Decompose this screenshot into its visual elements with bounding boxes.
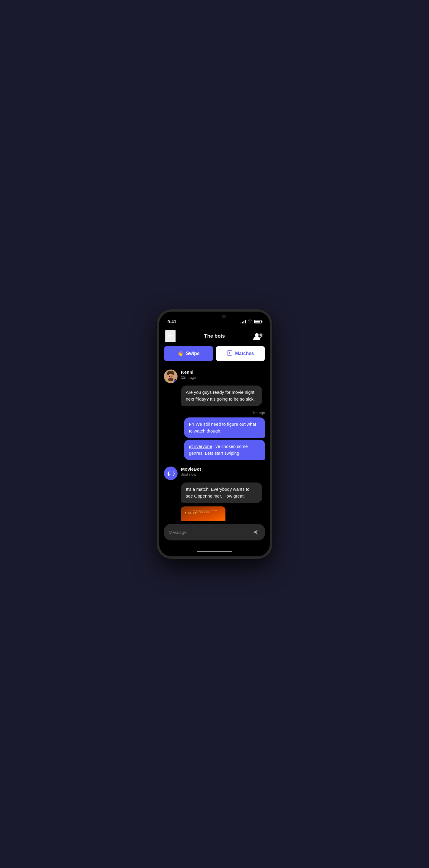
kenni-time: 12m ago <box>181 375 196 380</box>
kenni-sender-row: Kenni 12m ago <box>164 370 265 383</box>
status-time: 9:41 <box>168 319 176 324</box>
signal-icon <box>240 320 246 323</box>
header: The bois <box>159 327 270 346</box>
sent-messages-group: 7m ago Fr! We still need to figure out w… <box>164 411 265 462</box>
svg-point-9 <box>168 378 173 381</box>
kenni-name: Kenni <box>181 370 196 375</box>
back-button[interactable] <box>165 330 176 342</box>
svg-point-10 <box>169 376 170 377</box>
svg-point-12 <box>170 377 171 378</box>
swipe-icon: 👋 <box>177 351 183 356</box>
main-content: The bois 👋 Swipe <box>159 327 270 556</box>
moviebot-sender-row: { ··· } MovieBot Just now <box>164 467 265 480</box>
sent-bubble-1: Fr! We still need to figure out what to … <box>184 417 265 438</box>
status-icons <box>240 319 261 324</box>
kenni-message-bubble: Are you guys ready for movie night, next… <box>181 385 262 406</box>
home-bar <box>197 551 232 552</box>
sent-time: 7m ago <box>252 411 265 415</box>
message-input-area <box>159 521 270 546</box>
svg-point-1 <box>259 334 262 336</box>
message-input[interactable] <box>169 530 251 535</box>
moviebot-avatar: { ··· } <box>164 467 177 480</box>
swipe-label: Swipe <box>186 351 199 356</box>
chat-title: The bois <box>204 333 225 339</box>
svg-point-11 <box>172 376 172 377</box>
matches-label: Matches <box>235 351 254 356</box>
volume-up-button <box>157 361 158 378</box>
poster-dates: 72123 <box>184 512 196 515</box>
kenni-info: Kenni 12m ago <box>181 370 196 380</box>
chat-area[interactable]: Kenni 12m ago Are you guys ready for mov… <box>159 365 270 521</box>
mention-everyone[interactable]: @Everyone <box>189 444 212 449</box>
matches-icon <box>227 350 233 357</box>
moviebot-name: MovieBot <box>181 467 201 471</box>
volume-mute-button <box>157 347 158 356</box>
front-camera <box>222 315 226 318</box>
svg-text:···: ··· <box>169 473 172 476</box>
phone-frame: 9:41 <box>157 309 272 559</box>
sent-bubble-2: @Everyone I've chosen some genres. Lets … <box>184 440 265 460</box>
moviebot-time: Just now <box>181 472 201 476</box>
notch <box>197 312 232 322</box>
moviebot-message-bubble: It's a match! Everybody wants to see Opp… <box>181 483 262 503</box>
volume-down-button <box>157 382 158 400</box>
tab-bar: 👋 Swipe Matches <box>159 346 270 365</box>
svg-text:}: } <box>172 471 175 476</box>
message-input-row <box>164 524 265 540</box>
swipe-tab[interactable]: 👋 Swipe <box>164 346 213 361</box>
matches-tab[interactable]: Matches <box>216 346 265 361</box>
kenni-avatar <box>164 370 177 383</box>
moviebot-info: MovieBot Just now <box>181 467 201 476</box>
home-indicator <box>159 546 270 556</box>
movie-link[interactable]: Oppenheimer <box>194 493 221 498</box>
oppenheimer-poster[interactable]: CILLIAN MURPHY AS J. ROBERT OPPENHEIMER … <box>181 506 225 521</box>
battery-icon <box>254 320 261 323</box>
group-members-icon[interactable] <box>253 332 264 340</box>
power-button <box>271 362 272 385</box>
wifi-icon <box>248 319 252 324</box>
send-button[interactable] <box>251 527 260 537</box>
online-indicator <box>174 379 177 383</box>
